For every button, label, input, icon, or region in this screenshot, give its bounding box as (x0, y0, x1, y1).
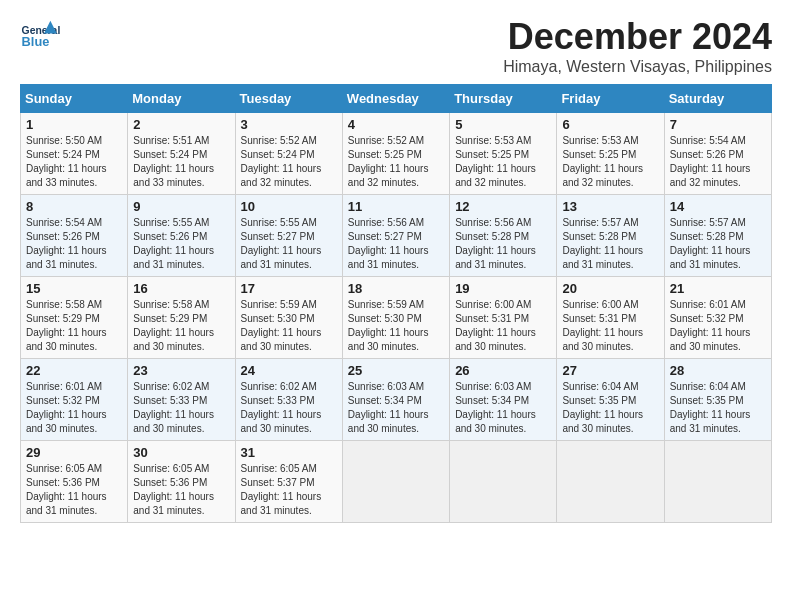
calendar-cell: 5Sunrise: 5:53 AM Sunset: 5:25 PM Daylig… (450, 113, 557, 195)
day-number: 21 (670, 281, 766, 296)
day-info: Sunrise: 5:51 AM Sunset: 5:24 PM Dayligh… (133, 134, 229, 190)
day-info: Sunrise: 6:05 AM Sunset: 5:36 PM Dayligh… (26, 462, 122, 518)
day-number: 13 (562, 199, 658, 214)
day-number: 6 (562, 117, 658, 132)
day-info: Sunrise: 5:58 AM Sunset: 5:29 PM Dayligh… (133, 298, 229, 354)
day-info: Sunrise: 6:00 AM Sunset: 5:31 PM Dayligh… (562, 298, 658, 354)
day-info: Sunrise: 5:54 AM Sunset: 5:26 PM Dayligh… (26, 216, 122, 272)
day-number: 26 (455, 363, 551, 378)
calendar-cell: 19Sunrise: 6:00 AM Sunset: 5:31 PM Dayli… (450, 277, 557, 359)
day-info: Sunrise: 5:53 AM Sunset: 5:25 PM Dayligh… (562, 134, 658, 190)
day-number: 3 (241, 117, 337, 132)
calendar-cell: 11Sunrise: 5:56 AM Sunset: 5:27 PM Dayli… (342, 195, 449, 277)
calendar-cell: 28Sunrise: 6:04 AM Sunset: 5:35 PM Dayli… (664, 359, 771, 441)
calendar-cell: 25Sunrise: 6:03 AM Sunset: 5:34 PM Dayli… (342, 359, 449, 441)
calendar-cell: 3Sunrise: 5:52 AM Sunset: 5:24 PM Daylig… (235, 113, 342, 195)
day-info: Sunrise: 5:52 AM Sunset: 5:24 PM Dayligh… (241, 134, 337, 190)
day-number: 22 (26, 363, 122, 378)
svg-text:Blue: Blue (22, 34, 50, 49)
calendar-cell: 4Sunrise: 5:52 AM Sunset: 5:25 PM Daylig… (342, 113, 449, 195)
calendar-week-1: 1Sunrise: 5:50 AM Sunset: 5:24 PM Daylig… (21, 113, 772, 195)
day-number: 14 (670, 199, 766, 214)
day-info: Sunrise: 5:58 AM Sunset: 5:29 PM Dayligh… (26, 298, 122, 354)
day-info: Sunrise: 6:04 AM Sunset: 5:35 PM Dayligh… (562, 380, 658, 436)
day-info: Sunrise: 5:59 AM Sunset: 5:30 PM Dayligh… (348, 298, 444, 354)
logo-icon: General Blue (20, 16, 60, 56)
day-number: 30 (133, 445, 229, 460)
calendar-header: SundayMondayTuesdayWednesdayThursdayFrid… (21, 85, 772, 113)
day-number: 8 (26, 199, 122, 214)
day-number: 12 (455, 199, 551, 214)
calendar-cell (664, 441, 771, 523)
calendar-cell (450, 441, 557, 523)
calendar-cell: 2Sunrise: 5:51 AM Sunset: 5:24 PM Daylig… (128, 113, 235, 195)
day-info: Sunrise: 6:05 AM Sunset: 5:36 PM Dayligh… (133, 462, 229, 518)
day-number: 5 (455, 117, 551, 132)
calendar-cell: 14Sunrise: 5:57 AM Sunset: 5:28 PM Dayli… (664, 195, 771, 277)
day-info: Sunrise: 5:59 AM Sunset: 5:30 PM Dayligh… (241, 298, 337, 354)
day-number: 15 (26, 281, 122, 296)
column-header-wednesday: Wednesday (342, 85, 449, 113)
day-info: Sunrise: 5:57 AM Sunset: 5:28 PM Dayligh… (670, 216, 766, 272)
calendar-cell: 6Sunrise: 5:53 AM Sunset: 5:25 PM Daylig… (557, 113, 664, 195)
day-number: 31 (241, 445, 337, 460)
day-info: Sunrise: 6:04 AM Sunset: 5:35 PM Dayligh… (670, 380, 766, 436)
day-info: Sunrise: 6:00 AM Sunset: 5:31 PM Dayligh… (455, 298, 551, 354)
calendar-cell: 24Sunrise: 6:02 AM Sunset: 5:33 PM Dayli… (235, 359, 342, 441)
calendar-cell: 22Sunrise: 6:01 AM Sunset: 5:32 PM Dayli… (21, 359, 128, 441)
day-info: Sunrise: 5:52 AM Sunset: 5:25 PM Dayligh… (348, 134, 444, 190)
calendar-cell: 23Sunrise: 6:02 AM Sunset: 5:33 PM Dayli… (128, 359, 235, 441)
calendar-cell: 31Sunrise: 6:05 AM Sunset: 5:37 PM Dayli… (235, 441, 342, 523)
day-number: 27 (562, 363, 658, 378)
day-number: 9 (133, 199, 229, 214)
day-number: 19 (455, 281, 551, 296)
calendar-cell: 8Sunrise: 5:54 AM Sunset: 5:26 PM Daylig… (21, 195, 128, 277)
calendar-cell: 7Sunrise: 5:54 AM Sunset: 5:26 PM Daylig… (664, 113, 771, 195)
day-info: Sunrise: 5:56 AM Sunset: 5:27 PM Dayligh… (348, 216, 444, 272)
logo: General Blue (20, 16, 60, 56)
day-info: Sunrise: 5:53 AM Sunset: 5:25 PM Dayligh… (455, 134, 551, 190)
calendar-cell (557, 441, 664, 523)
calendar-cell: 16Sunrise: 5:58 AM Sunset: 5:29 PM Dayli… (128, 277, 235, 359)
column-header-monday: Monday (128, 85, 235, 113)
calendar-cell: 18Sunrise: 5:59 AM Sunset: 5:30 PM Dayli… (342, 277, 449, 359)
calendar-table: SundayMondayTuesdayWednesdayThursdayFrid… (20, 84, 772, 523)
calendar-cell: 27Sunrise: 6:04 AM Sunset: 5:35 PM Dayli… (557, 359, 664, 441)
calendar-cell: 30Sunrise: 6:05 AM Sunset: 5:36 PM Dayli… (128, 441, 235, 523)
day-number: 4 (348, 117, 444, 132)
column-header-sunday: Sunday (21, 85, 128, 113)
calendar-cell: 10Sunrise: 5:55 AM Sunset: 5:27 PM Dayli… (235, 195, 342, 277)
month-title: December 2024 (503, 16, 772, 58)
calendar-cell: 17Sunrise: 5:59 AM Sunset: 5:30 PM Dayli… (235, 277, 342, 359)
column-header-tuesday: Tuesday (235, 85, 342, 113)
calendar-cell: 12Sunrise: 5:56 AM Sunset: 5:28 PM Dayli… (450, 195, 557, 277)
day-info: Sunrise: 5:56 AM Sunset: 5:28 PM Dayligh… (455, 216, 551, 272)
day-info: Sunrise: 6:03 AM Sunset: 5:34 PM Dayligh… (348, 380, 444, 436)
calendar-cell: 1Sunrise: 5:50 AM Sunset: 5:24 PM Daylig… (21, 113, 128, 195)
day-info: Sunrise: 5:50 AM Sunset: 5:24 PM Dayligh… (26, 134, 122, 190)
page-header: General Blue December 2024 Himaya, Weste… (20, 16, 772, 76)
day-number: 11 (348, 199, 444, 214)
day-info: Sunrise: 5:55 AM Sunset: 5:26 PM Dayligh… (133, 216, 229, 272)
calendar-cell: 21Sunrise: 6:01 AM Sunset: 5:32 PM Dayli… (664, 277, 771, 359)
day-info: Sunrise: 6:05 AM Sunset: 5:37 PM Dayligh… (241, 462, 337, 518)
calendar-cell (342, 441, 449, 523)
day-number: 10 (241, 199, 337, 214)
day-number: 20 (562, 281, 658, 296)
day-info: Sunrise: 6:01 AM Sunset: 5:32 PM Dayligh… (670, 298, 766, 354)
calendar-week-3: 15Sunrise: 5:58 AM Sunset: 5:29 PM Dayli… (21, 277, 772, 359)
day-info: Sunrise: 5:57 AM Sunset: 5:28 PM Dayligh… (562, 216, 658, 272)
day-number: 25 (348, 363, 444, 378)
day-info: Sunrise: 6:02 AM Sunset: 5:33 PM Dayligh… (241, 380, 337, 436)
day-number: 23 (133, 363, 229, 378)
day-number: 7 (670, 117, 766, 132)
calendar-week-4: 22Sunrise: 6:01 AM Sunset: 5:32 PM Dayli… (21, 359, 772, 441)
day-number: 2 (133, 117, 229, 132)
day-number: 16 (133, 281, 229, 296)
column-header-thursday: Thursday (450, 85, 557, 113)
calendar-cell: 15Sunrise: 5:58 AM Sunset: 5:29 PM Dayli… (21, 277, 128, 359)
day-info: Sunrise: 6:01 AM Sunset: 5:32 PM Dayligh… (26, 380, 122, 436)
day-info: Sunrise: 5:54 AM Sunset: 5:26 PM Dayligh… (670, 134, 766, 190)
calendar-cell: 26Sunrise: 6:03 AM Sunset: 5:34 PM Dayli… (450, 359, 557, 441)
calendar-week-2: 8Sunrise: 5:54 AM Sunset: 5:26 PM Daylig… (21, 195, 772, 277)
